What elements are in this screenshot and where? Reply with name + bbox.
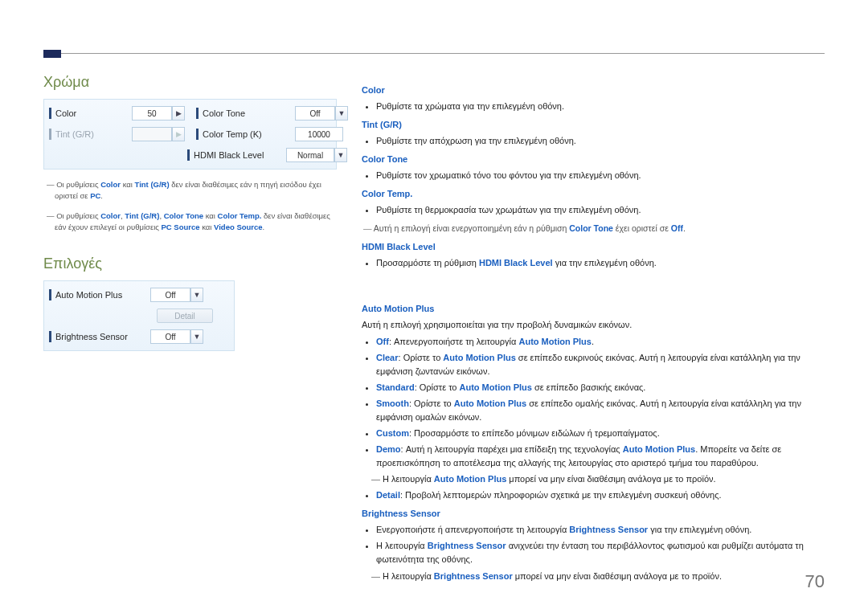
heading-amp: Auto Motion Plus [362,302,826,316]
text-color: Ρυθμίστε τα χρώματα για την επιλεγμένη ο… [376,100,826,113]
text-colortone: Ρυθμίστε τον χρωματικό τόνο του φόντου γ… [376,169,826,182]
dropdown-icon[interactable]: ▼ [190,329,203,344]
dropdown-icon[interactable]: ▼ [190,288,203,302]
section-title-chroma: Χρώμα [43,74,337,91]
section-title-options: Επιλογές [43,255,337,272]
heading-bs: Brightness Sensor [362,507,826,521]
bar-icon [196,108,199,119]
label-amp: Auto Motion Plus [55,290,150,300]
heading-color: Color [362,84,826,97]
label-tint: Tint (G/R) [55,129,132,139]
bs-note: ― Η λειτουργία Brightness Sensor μπορεί … [371,570,826,583]
bar-icon [187,149,190,161]
detail-button[interactable]: Detail [157,309,213,323]
amp-standard: Standard: Ορίστε το Auto Motion Plus σε … [376,381,826,394]
row-bs: Brightness Sensor Off ▼ [44,326,234,347]
page-number: 70 [805,571,825,592]
value-color[interactable]: 50 [132,106,172,121]
value-hdmi[interactable]: Normal [286,148,334,162]
value-tint [132,127,172,141]
text-tint: Ρυθμίστε την απόχρωση για την επιλεγμένη… [376,134,826,148]
bs-line2: Η λειτουργία Brightness Sensor ανιχνεύει… [376,539,826,566]
dropdown-icon[interactable]: ▼ [334,148,347,162]
amp-demo: Demo: Αυτή η λειτουργία παρέχει μια επίδ… [376,443,826,470]
footnote-1: ― Οι ρυθμίσεις Color και Tint (G/R) δεν … [47,179,334,202]
row-color: Color 50 ▶ Color Tone Off ▼ [44,103,336,124]
value-bs[interactable]: Off [150,329,190,344]
amp-note: ― Η λειτουργία Auto Motion Plus μπορεί ν… [371,472,826,486]
bar-icon [49,129,51,140]
dropdown-icon[interactable]: ▼ [335,106,348,121]
heading-colortemp: Color Temp. [362,187,826,201]
heading-tint: Tint (G/R) [362,118,826,132]
bar-icon [49,331,51,342]
heading-colortone: Color Tone [362,153,826,166]
left-column: Χρώμα Color 50 ▶ Color Tone Off ▼ [43,74,337,361]
spin-right-icon[interactable]: ▶ [172,106,185,121]
row-hdmi: HDMI Black Level Normal ▼ [44,145,336,166]
text-amp-intro: Αυτή η επιλογή χρησιμοποιείται για την π… [362,318,826,332]
amp-clear: Clear: Ορίστε το Auto Motion Plus σε επί… [376,351,826,378]
value-colortone[interactable]: Off [295,106,335,121]
spin-right-icon: ▶ [172,127,185,141]
bs-line1: Ενεργοποιήστε ή απενεργοποιήστε τη λειτο… [376,523,826,537]
bar-icon [49,108,51,119]
label-bs: Brightness Sensor [55,332,150,341]
amp-off: Off: Απενεργοποιήστε τη λειτουργία Auto … [376,335,826,349]
row-tint: Tint (G/R) ▶ Color Temp (K) 10000 [44,124,336,145]
value-amp[interactable]: Off [150,288,190,302]
label-colortone: Color Tone [203,108,295,118]
label-hdmi: HDMI Black Level [194,150,286,160]
amp-custom: Custom: Προσαρμόστε το επίπεδο μόνιμων ε… [376,427,826,440]
amp-detail: Detail: Προβολή λεπτομερών πληροφοριών σ… [376,488,826,502]
text-hdmi: Προσαρμόστε τη ρύθμιση HDMI Black Level … [376,256,826,270]
bar-icon [196,129,199,140]
text-colortemp: Ρυθμίστε τη θερμοκρασία των χρωμάτων για… [376,203,826,217]
value-colortemp[interactable]: 10000 [295,127,343,141]
panel-color: Color 50 ▶ Color Tone Off ▼ Tint (G/R) [43,99,337,170]
header-accent [43,50,61,58]
panel-options: Auto Motion Plus Off ▼ Detail Brightness… [43,280,235,351]
label-colortemp: Color Temp (K) [203,129,295,139]
note-colortemp: Αυτή η επιλογή είναι ενεργοποιημένη εάν … [363,222,826,235]
footnote-2: ― Οι ρυθμίσεις Color, Tint (G/R), Color … [47,210,334,234]
label-color: Color [55,108,132,118]
heading-hdmi: HDMI Black Level [362,240,826,254]
bar-icon [49,289,51,300]
header-rule [61,53,825,54]
amp-smooth: Smooth: Ορίστε το Auto Motion Plus σε επ… [376,397,826,424]
row-detail: Detail [44,305,234,326]
row-amp: Auto Motion Plus Off ▼ [44,284,234,305]
right-column: Color Ρυθμίστε τα χρώματα για την επιλεγ… [362,79,826,588]
